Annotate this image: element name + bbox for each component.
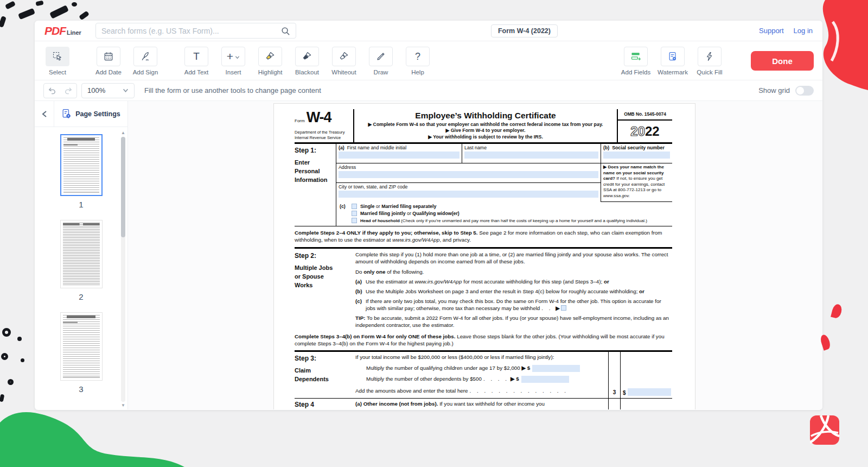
other-dependents-input[interactable] bbox=[521, 376, 569, 383]
first-name-input[interactable] bbox=[339, 152, 459, 159]
highlight-button[interactable]: Highlight bbox=[256, 47, 284, 75]
scroll-up-icon[interactable]: ▲ bbox=[120, 130, 126, 136]
search-box[interactable] bbox=[95, 23, 296, 39]
decoration-ring bbox=[1, 353, 8, 360]
pages-sidebar: Page Settings 1 2 3 ▲ bbox=[35, 101, 128, 409]
page-settings-button[interactable]: Page Settings bbox=[54, 101, 127, 127]
filing-status-single: Single or Married filing separately bbox=[352, 204, 670, 209]
steps-2-4-note: Complete Steps 2–4 ONLY if they apply to… bbox=[295, 226, 672, 248]
sidebar-header: Page Settings bbox=[35, 101, 127, 127]
history-buttons bbox=[43, 83, 77, 98]
step4-label: Step 4 bbox=[295, 399, 355, 409]
decoration-ring bbox=[2, 328, 11, 337]
calendar-icon bbox=[103, 51, 114, 62]
step4-section: Step 4 (a) Other income (not from jobs).… bbox=[295, 398, 672, 409]
dept-line1: Department of the Treasury bbox=[295, 130, 351, 135]
step3-total-line: Add the amounts above and enter the tota… bbox=[355, 388, 606, 395]
ssn-label: Social security number bbox=[612, 145, 665, 150]
tool-label: Insert bbox=[226, 69, 241, 75]
draw-pen-icon bbox=[375, 51, 386, 62]
insert-button[interactable]: + Insert bbox=[219, 47, 247, 75]
tool-label: Add Date bbox=[95, 69, 122, 75]
help-button[interactable]: ? Help bbox=[404, 47, 432, 75]
zoom-value: 100% bbox=[87, 86, 123, 94]
whiteout-brush-icon bbox=[339, 51, 349, 62]
head-of-household-checkbox[interactable] bbox=[352, 218, 357, 223]
quick-fill-button[interactable]: Quick Fill bbox=[695, 47, 724, 75]
add-text-button[interactable]: T Add Text bbox=[182, 47, 210, 75]
select-cursor-icon bbox=[52, 51, 63, 62]
step3-label: Step 3: bbox=[295, 355, 355, 362]
city-label: City or town, state, and ZIP code bbox=[339, 184, 598, 190]
page-settings-icon bbox=[61, 109, 72, 119]
step3-other-dependents-line: Multiply the number of other dependents … bbox=[366, 376, 606, 383]
step3-sub1: Claim bbox=[295, 367, 355, 375]
tool-label: Help bbox=[411, 69, 424, 75]
zoom-select[interactable]: 100% bbox=[81, 83, 135, 98]
decoration-dot bbox=[72, 2, 77, 7]
select-tool-button[interactable]: Select bbox=[43, 47, 72, 75]
omb-number: OMB No. 1545-0074 bbox=[618, 109, 672, 121]
add-sign-button[interactable]: Add Sign bbox=[131, 47, 159, 75]
page-thumbnail-3[interactable]: 3 bbox=[35, 312, 127, 394]
highlight-brush-icon bbox=[265, 51, 276, 62]
page-number: 3 bbox=[79, 384, 83, 394]
city-input[interactable] bbox=[339, 191, 598, 198]
form-title: Employee’s Withholding Certificate bbox=[359, 111, 612, 121]
redo-button[interactable] bbox=[60, 84, 76, 98]
sidebar-scrollbar[interactable]: ▲ ▼ bbox=[120, 130, 126, 408]
pdfliner-logo[interactable]: PDF Liner bbox=[44, 24, 81, 37]
step1-section: Step 1: Enter Personal Information (a) F… bbox=[295, 144, 672, 226]
page-thumbnail-1[interactable]: 1 bbox=[35, 134, 127, 209]
step2-sub1: Multiple Jobs bbox=[295, 264, 355, 273]
page-number: 2 bbox=[79, 292, 83, 301]
form-header: Form W-4 Department of the Treasury Inte… bbox=[295, 109, 672, 144]
login-link[interactable]: Log in bbox=[794, 27, 813, 35]
scroll-down-icon[interactable]: ▼ bbox=[120, 403, 126, 408]
tool-label: Highlight bbox=[258, 69, 283, 75]
search-input[interactable] bbox=[101, 27, 280, 35]
blackout-brush-icon bbox=[302, 51, 312, 62]
first-name-label: First name and middle initial bbox=[347, 145, 407, 150]
filing-status-married: Married filing jointly or Qualifying wid… bbox=[352, 211, 670, 216]
tool-label: Draw bbox=[374, 69, 388, 75]
step4-colB bbox=[620, 399, 672, 409]
tool-label: Add Text bbox=[184, 69, 209, 75]
married-checkbox[interactable] bbox=[352, 211, 357, 216]
address-input[interactable] bbox=[339, 171, 598, 178]
collapse-sidebar-button[interactable] bbox=[35, 101, 54, 127]
two-jobs-checkbox[interactable] bbox=[561, 305, 566, 311]
decoration-green-blob bbox=[0, 404, 184, 467]
step2-sub3: Works bbox=[295, 281, 355, 290]
page-thumbnail-2[interactable]: 2 bbox=[35, 220, 127, 301]
watermark-button[interactable]: Watermark bbox=[659, 47, 687, 75]
support-link[interactable]: Support bbox=[759, 27, 784, 35]
step4-colA bbox=[608, 399, 620, 409]
logo-pdf-text: PDF bbox=[44, 24, 66, 37]
decoration-dot bbox=[17, 337, 22, 341]
step1-sub1: Enter bbox=[295, 159, 336, 167]
chevron-down-icon bbox=[123, 87, 129, 93]
step2-option-a: (a) Use the estimator at www.irs.gov/W4A… bbox=[355, 279, 672, 286]
step2-paragraph-1: Complete this step if you (1) hold more … bbox=[355, 251, 672, 266]
single-checkbox[interactable] bbox=[352, 204, 357, 209]
add-fields-button[interactable]: Add Fields bbox=[622, 47, 650, 75]
done-button[interactable]: Done bbox=[751, 51, 814, 71]
scrollbar-thumb[interactable] bbox=[121, 137, 125, 237]
draw-button[interactable]: Draw bbox=[367, 47, 395, 75]
show-grid-toggle[interactable] bbox=[795, 86, 814, 96]
filing-status-hoh: Head of household (Check only if you’re … bbox=[352, 218, 670, 223]
document-canvas: Form W-4 Department of the Treasury Inte… bbox=[128, 101, 822, 409]
undo-button[interactable] bbox=[44, 84, 60, 98]
plus-icon: + bbox=[227, 50, 233, 63]
lightning-icon bbox=[705, 51, 714, 62]
step3-total-input[interactable] bbox=[628, 388, 671, 396]
add-date-button[interactable]: Add Date bbox=[94, 47, 123, 75]
text-icon: T bbox=[193, 51, 200, 62]
whiteout-button[interactable]: Whiteout bbox=[330, 47, 358, 75]
qualifying-children-input[interactable] bbox=[532, 365, 580, 372]
ssn-input[interactable] bbox=[603, 152, 670, 159]
form-year: 2022 bbox=[618, 121, 672, 139]
blackout-button[interactable]: Blackout bbox=[293, 47, 321, 75]
last-name-input[interactable] bbox=[464, 152, 598, 159]
